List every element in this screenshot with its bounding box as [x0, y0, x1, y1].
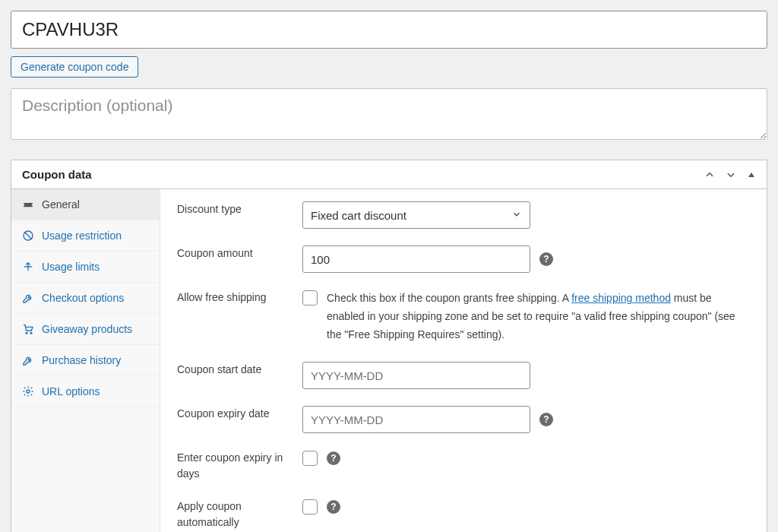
- panel-header: Coupon data: [11, 160, 767, 189]
- general-form: Discount type Fixed cart discount Coupon…: [160, 189, 767, 532]
- svg-marker-0: [748, 173, 754, 177]
- discount-type-select[interactable]: Fixed cart discount: [302, 201, 530, 229]
- tab-label: Giveaway products: [42, 323, 132, 335]
- panel-header-controls: [704, 169, 756, 180]
- tab-usage-limits[interactable]: Usage limits: [11, 252, 160, 283]
- auto-apply-label: Apply coupon automatically: [177, 499, 302, 530]
- wrench-icon: [22, 354, 34, 366]
- svg-point-9: [27, 390, 30, 393]
- ban-icon: [22, 230, 34, 242]
- move-down-icon[interactable]: [726, 169, 736, 180]
- tab-label: Usage limits: [42, 261, 100, 273]
- expiry-days-label: Enter coupon expiry in days: [177, 450, 302, 482]
- panel-title: Coupon data: [22, 168, 92, 181]
- tab-usage-restriction[interactable]: Usage restriction: [11, 220, 160, 252]
- gear-icon: [22, 385, 34, 397]
- help-icon[interactable]: ?: [327, 451, 340, 465]
- panel-body: General Usage restriction Usage limits: [11, 189, 767, 532]
- tab-label: Usage restriction: [42, 230, 122, 242]
- expiry-days-checkbox[interactable]: [302, 451, 318, 466]
- free-shipping-checkbox[interactable]: [302, 290, 318, 306]
- tab-label: URL options: [42, 385, 100, 397]
- coupon-data-panel: Coupon data General: [11, 160, 767, 532]
- tab-url-options[interactable]: URL options: [11, 376, 160, 407]
- description-textarea[interactable]: [11, 88, 767, 140]
- chevron-down-icon: [511, 209, 522, 222]
- auto-apply-checkbox[interactable]: [302, 499, 318, 515]
- expiry-date-input[interactable]: [302, 406, 530, 433]
- sidebar-tabs: General Usage restriction Usage limits: [11, 189, 160, 532]
- start-date-input[interactable]: [302, 362, 530, 389]
- svg-point-7: [26, 332, 27, 334]
- coupon-amount-input[interactable]: [302, 245, 530, 273]
- generate-coupon-button[interactable]: Generate coupon code: [11, 56, 138, 78]
- page-root: Generate coupon code Coupon data: [0, 0, 778, 532]
- collapse-icon[interactable]: [747, 170, 756, 179]
- cart-icon: [22, 323, 34, 335]
- limits-icon: [22, 261, 34, 273]
- tab-general[interactable]: General: [11, 189, 160, 220]
- tab-label: Checkout options: [42, 292, 124, 304]
- tab-checkout-options[interactable]: Checkout options: [11, 283, 160, 314]
- help-icon[interactable]: ?: [539, 252, 553, 266]
- tab-label: Purchase history: [42, 354, 121, 366]
- help-icon[interactable]: ?: [539, 413, 553, 426]
- expiry-date-label: Coupon expiry date: [177, 406, 302, 422]
- start-date-label: Coupon start date: [177, 362, 302, 378]
- free-shipping-link[interactable]: free shipping method: [571, 292, 671, 304]
- ticket-icon: [22, 198, 34, 211]
- tab-label: General: [42, 198, 80, 211]
- coupon-code-input[interactable]: [11, 11, 767, 49]
- discount-type-value: Fixed cart discount: [311, 209, 406, 222]
- tab-purchase-history[interactable]: Purchase history: [11, 345, 160, 376]
- svg-point-8: [30, 332, 32, 334]
- move-up-icon[interactable]: [704, 169, 715, 180]
- help-icon[interactable]: ?: [327, 500, 340, 514]
- free-shipping-description: Check this box if the coupon grants free…: [327, 290, 750, 344]
- coupon-amount-label: Coupon amount: [177, 245, 302, 261]
- wrench-icon: [22, 292, 34, 304]
- tab-giveaway-products[interactable]: Giveaway products: [11, 314, 160, 345]
- discount-type-label: Discount type: [177, 201, 302, 217]
- free-shipping-label: Allow free shipping: [177, 290, 302, 306]
- svg-line-2: [24, 232, 31, 239]
